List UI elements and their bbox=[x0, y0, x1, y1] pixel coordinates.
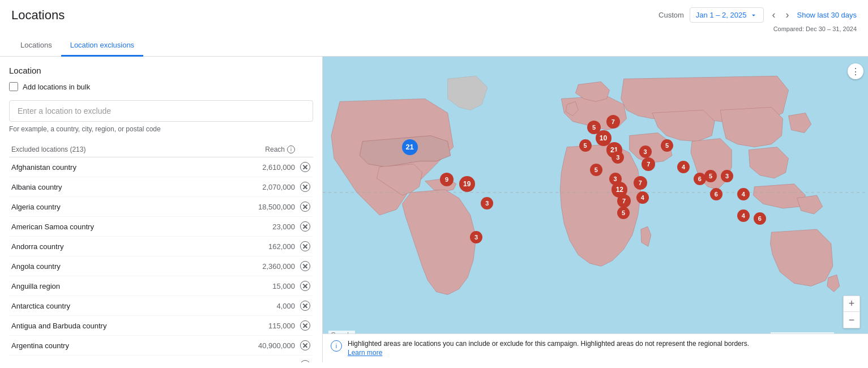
location-row: Argentina country 40,900,000 bbox=[9, 336, 313, 356]
remove-location-button[interactable] bbox=[300, 241, 311, 252]
map-cluster-id[interactable]: 6 bbox=[710, 188, 722, 200]
map-cluster-se1[interactable]: 5 bbox=[704, 170, 717, 182]
location-row: American Samoa country 23,000 bbox=[9, 217, 313, 237]
tabs-container: Locations Location exclusions bbox=[0, 35, 868, 57]
next-date-button[interactable]: › bbox=[783, 7, 791, 23]
map-cluster-ao[interactable]: 7 bbox=[617, 194, 631, 208]
remove-icon bbox=[300, 340, 310, 350]
map-cluster-au1[interactable]: 4 bbox=[737, 209, 750, 222]
world-map bbox=[323, 57, 868, 362]
sidebar: Location Add locations in bulk For examp… bbox=[0, 57, 323, 362]
location-name: Algeria country bbox=[11, 203, 244, 211]
location-row: Antarctica country 4,000 bbox=[9, 296, 313, 316]
tab-location-exclusions[interactable]: Location exclusions bbox=[61, 35, 143, 57]
map-container: 57102135743531274756536446199335 21 ⋮ + … bbox=[323, 57, 868, 362]
date-range-picker[interactable]: Jan 1 – 2, 2025 bbox=[690, 7, 764, 23]
remove-location-button[interactable] bbox=[300, 280, 311, 292]
col-header-excluded: Excluded locations (213) bbox=[11, 146, 265, 153]
location-list: Afghanistan country 2,610,000 Albania co… bbox=[9, 157, 313, 362]
location-name: Afghanistan country bbox=[11, 163, 244, 172]
location-name: American Samoa country bbox=[11, 222, 244, 231]
map-cluster-bw[interactable]: 5 bbox=[617, 207, 630, 219]
location-name: Angola country bbox=[11, 262, 244, 271]
map-cluster-ml[interactable]: 5 bbox=[590, 164, 602, 176]
location-reach: 2,360,000 bbox=[244, 262, 295, 271]
remove-icon bbox=[300, 320, 310, 331]
remove-location-button[interactable] bbox=[300, 201, 311, 212]
location-row: Algeria country 18,500,000 bbox=[9, 197, 313, 217]
table-header: Excluded locations (213) Reach i bbox=[9, 142, 313, 157]
remove-icon bbox=[300, 162, 310, 172]
show-last-30-link[interactable]: Show last 30 days bbox=[797, 11, 857, 19]
location-name: Andorra country bbox=[11, 242, 244, 251]
location-name: Anguilla region bbox=[11, 282, 244, 290]
location-row: Anguilla region 15,000 bbox=[9, 276, 313, 296]
location-row: Angola country 2,360,000 bbox=[9, 256, 313, 276]
search-hint-text: For example, a country, city, region, or… bbox=[9, 125, 313, 133]
remove-location-button[interactable] bbox=[300, 300, 311, 311]
map-cluster-sp[interactable]: 5 bbox=[579, 139, 592, 152]
location-reach: 2,610,000 bbox=[244, 163, 295, 172]
info-icon: i bbox=[331, 340, 342, 352]
remove-location-button[interactable] bbox=[300, 320, 311, 331]
map-cluster-in[interactable]: 4 bbox=[677, 161, 690, 173]
remove-icon bbox=[300, 202, 310, 212]
remove-icon bbox=[300, 221, 310, 232]
map-zoom-controls: + − bbox=[843, 296, 860, 328]
zoom-out-button[interactable]: − bbox=[844, 312, 860, 328]
reach-info-icon[interactable]: i bbox=[287, 146, 295, 153]
map-cluster-nz1[interactable]: 6 bbox=[754, 212, 766, 225]
location-reach: 2,070,000 bbox=[244, 183, 295, 191]
map-cluster-eu1[interactable]: 7 bbox=[606, 115, 620, 129]
remove-icon bbox=[300, 301, 310, 311]
remove-icon bbox=[300, 360, 310, 362]
map-cluster-ke[interactable]: 7 bbox=[634, 176, 647, 190]
bulk-add-row: Add locations in bulk bbox=[9, 82, 313, 91]
prev-date-button[interactable]: ‹ bbox=[769, 7, 777, 23]
location-row: Afghanistan country 2,610,000 bbox=[9, 157, 313, 177]
remove-location-button[interactable] bbox=[300, 340, 311, 351]
us-cluster-badge: 21 bbox=[402, 139, 418, 155]
location-name: Antarctica country bbox=[11, 302, 244, 310]
remove-icon bbox=[300, 281, 310, 291]
remove-location-button[interactable] bbox=[300, 181, 311, 192]
remove-icon bbox=[300, 261, 310, 271]
location-row: Albania country 2,070,000 bbox=[9, 177, 313, 197]
remove-icon bbox=[300, 241, 310, 251]
location-reach: 15,000 bbox=[244, 282, 295, 290]
location-name: Antigua and Barbuda country bbox=[11, 322, 244, 330]
col-header-reach: Reach i bbox=[265, 146, 295, 153]
compared-text: Compared: Dec 30 – 31, 2024 bbox=[773, 25, 857, 32]
map-cluster-pg[interactable]: 4 bbox=[737, 188, 750, 200]
bulk-add-checkbox[interactable] bbox=[9, 82, 18, 91]
map-cluster-tz[interactable]: 4 bbox=[636, 191, 649, 204]
learn-more-link[interactable]: Learn more bbox=[348, 349, 749, 357]
map-cluster-ka[interactable]: 5 bbox=[661, 139, 673, 152]
remove-location-button[interactable] bbox=[300, 161, 311, 173]
location-reach: 162,000 bbox=[244, 242, 295, 251]
map-cluster-tr[interactable]: 3 bbox=[639, 146, 652, 158]
remove-icon bbox=[300, 182, 310, 192]
bulk-add-label: Add locations in bulk bbox=[23, 83, 90, 91]
map-options-button[interactable]: ⋮ bbox=[848, 63, 863, 79]
location-reach: 40,900,000 bbox=[244, 341, 295, 350]
location-row: Australia country 22,600,000 bbox=[9, 356, 313, 362]
zoom-in-button[interactable]: + bbox=[844, 296, 860, 312]
remove-location-button[interactable] bbox=[300, 221, 311, 232]
map-info-bar: i Highlighted areas are locations you ca… bbox=[323, 333, 868, 362]
location-row: Andorra country 162,000 bbox=[9, 237, 313, 256]
map-cluster-ar[interactable]: 3 bbox=[470, 231, 482, 243]
location-reach: 18,500,000 bbox=[244, 203, 295, 211]
page-title: Locations bbox=[11, 8, 65, 23]
tab-locations[interactable]: Locations bbox=[11, 35, 61, 57]
map-cluster-ph[interactable]: 3 bbox=[721, 170, 733, 182]
remove-location-button[interactable] bbox=[300, 260, 311, 272]
location-reach: 23,000 bbox=[244, 222, 295, 231]
map-cluster-ve[interactable]: 19 bbox=[459, 176, 475, 192]
location-search-input[interactable] bbox=[9, 100, 313, 122]
location-name: Albania country bbox=[11, 183, 244, 191]
location-reach: 22,600,000 bbox=[244, 361, 295, 363]
location-reach: 115,000 bbox=[244, 322, 295, 330]
location-name: Argentina country bbox=[11, 341, 244, 350]
remove-location-button[interactable] bbox=[300, 360, 311, 362]
